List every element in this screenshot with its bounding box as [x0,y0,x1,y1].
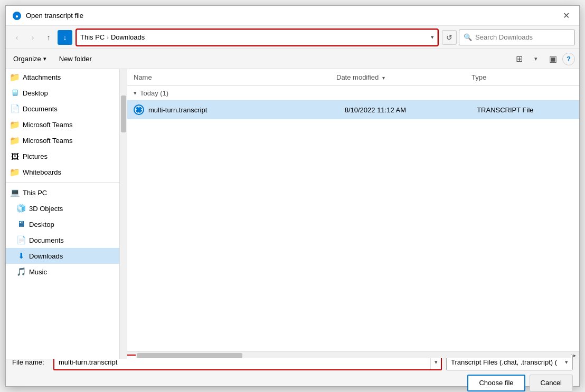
download-nav-button[interactable]: ↓ [58,30,72,45]
view-pane-button[interactable]: ▣ [545,52,560,66]
file-list-area: Name Date modified ▾ Type ▾ Today (1) [127,69,579,359]
sidebar-item-msteams2[interactable]: 📁 Microsoft Teams [6,132,127,148]
new-folder-button[interactable]: New folder [56,53,95,64]
search-input[interactable] [475,33,570,41]
close-button[interactable]: ✕ [559,9,573,23]
sidebar-item-3dobjects[interactable]: 🧊 3D Objects [6,200,127,216]
3d-icon: 🧊 [16,204,26,213]
folder-icon: 📁 [10,120,20,129]
sidebar-item-label: Desktop [29,221,54,228]
table-row[interactable]: multi-turn.transcript 8/10/2022 11:12 AM… [127,100,579,119]
dialog-icon: ● [12,11,22,21]
breadcrumb-bar[interactable]: This PC › Downloads ▾ [77,30,438,45]
view-dropdown-button[interactable]: ▾ [529,52,543,66]
doc-icon: 📄 [16,235,26,245]
download-icon: ⬇ [16,251,26,261]
sidebar-item-label: Desktop [23,89,48,97]
back-button[interactable]: ‹ [10,31,24,44]
view-buttons: ⊞ ▾ ▣ ? [512,52,575,66]
file-date-modified: 8/10/2022 11:12 AM [345,106,473,114]
organize-button[interactable]: Organize ▾ [10,53,50,64]
sidebar-item-documents1[interactable]: 📄 Documents [6,101,127,117]
sidebar-item-desktop2[interactable]: 🖥 Desktop [6,216,127,232]
folder-blue-icon: 🖥 [10,88,20,98]
sidebar-item-label: Pictures [23,152,48,160]
scroll-thumb[interactable] [137,353,242,358]
group-label: Today (1) [140,89,168,97]
breadcrumb-separator: › [107,34,109,41]
sidebar-item-desktop1[interactable]: 🖥 Desktop [6,85,127,101]
help-button[interactable]: ? [562,53,575,65]
sidebar-item-label: Documents [23,105,58,113]
breadcrumb-dropdown-arrow[interactable]: ▾ [431,34,434,41]
choose-file-button[interactable]: Choose file [467,375,525,391]
breadcrumb-part-downloads[interactable]: Downloads [111,33,145,41]
sidebar-item-label: Microsoft Teams [23,137,72,145]
folder-icon: 📁 [10,136,20,145]
filename-label: File name: [12,358,49,366]
sidebar-item-label: This PC [23,189,47,197]
col-name-header[interactable]: Name [134,73,336,81]
svg-point-4 [137,108,140,111]
bottom-line2: Choose file Cancel [12,375,573,391]
sidebar-item-label: Whiteboards [23,168,61,176]
organize-chevron-icon: ▾ [43,55,46,62]
sort-indicator: ▾ [382,75,385,81]
bottom-bar-inner: File name: ▾ Transcript Files (.chat, .t… [12,355,573,391]
filetype-dropdown-icon: ▾ [565,359,568,366]
breadcrumb-part-thispc[interactable]: This PC [80,33,105,41]
sidebar-item-whiteboards[interactable]: 📁 Whiteboards [6,164,127,180]
folder-icon: 📁 [10,72,20,82]
group-chevron-icon: ▾ [134,90,137,97]
up-button[interactable]: ↑ [42,31,55,44]
sidebar-item-pictures[interactable]: 🖼 Pictures [6,148,127,164]
sidebar-item-downloads[interactable]: ⬇ Downloads [6,248,127,264]
horizontal-scrollbar[interactable]: ◂ ▸ [127,351,579,359]
sidebar-item-label: Microsoft Teams [23,121,72,129]
file-list: ▾ Today (1) [127,86,579,351]
col-date-label: Date modified [336,73,379,81]
file-type: TRANSCRIPT File [477,106,573,114]
file-name: multi-turn.transcript [148,106,341,114]
scroll-track[interactable] [136,353,571,358]
refresh-button[interactable]: ↺ [442,30,457,45]
sidebar-item-music[interactable]: 🎵 Music [6,264,127,280]
transcript-file-icon [134,104,144,115]
sidebar-item-label: Music [29,268,47,276]
folder-icon: 📁 [10,167,20,177]
main-content: 📁 Attachments 🖥 Desktop 📄 Documents 📁 [6,69,579,359]
view-details-button[interactable]: ⊞ [512,52,526,66]
open-dialog: ● Open transcript file ✕ ‹ › ↑ ↓ This PC… [5,5,580,387]
dialog-title: Open transcript file [26,12,559,20]
col-type-header[interactable]: Type [471,73,573,81]
search-icon: 🔍 [464,33,472,41]
pc-icon: 💻 [10,188,20,197]
sidebar-item-attachments[interactable]: 📁 Attachments [6,69,127,85]
search-box: 🔍 [459,30,575,45]
col-name-label: Name [134,73,152,81]
sidebar-item-label: 3D Objects [29,205,63,213]
filename-input[interactable] [54,358,430,366]
organize-label: Organize [13,55,41,63]
sidebar: 📁 Attachments 🖥 Desktop 📄 Documents 📁 [6,69,127,359]
sidebar-item-thispc[interactable]: 💻 This PC [6,185,127,200]
sidebar-item-msteams1[interactable]: 📁 Microsoft Teams [6,117,127,132]
sidebar-scroll-thumb[interactable] [121,95,126,132]
pictures-icon: 🖼 [10,151,20,161]
svg-text:●: ● [15,13,18,19]
doc-icon: 📄 [10,104,20,113]
sidebar-item-label: Attachments [23,73,61,81]
title-bar: ● Open transcript file ✕ [6,6,579,26]
folder-blue-icon: 🖥 [16,219,26,229]
col-date-header[interactable]: Date modified ▾ [336,73,471,81]
filetype-label: Transcript Files (.chat, .transcript) ( [451,358,563,366]
bottom-bar: File name: ▾ Transcript Files (.chat, .t… [6,359,579,386]
sidebar-item-documents2[interactable]: 📄 Documents [6,232,127,248]
music-icon: 🎵 [16,267,26,276]
forward-button[interactable]: › [26,31,40,44]
sidebar-separator [6,182,127,183]
cancel-button[interactable]: Cancel [530,375,573,391]
organize-bar: Organize ▾ New folder ⊞ ▾ ▣ ? [6,49,579,69]
transcript-icon [134,104,144,115]
sidebar-scrollbar[interactable] [119,69,127,359]
